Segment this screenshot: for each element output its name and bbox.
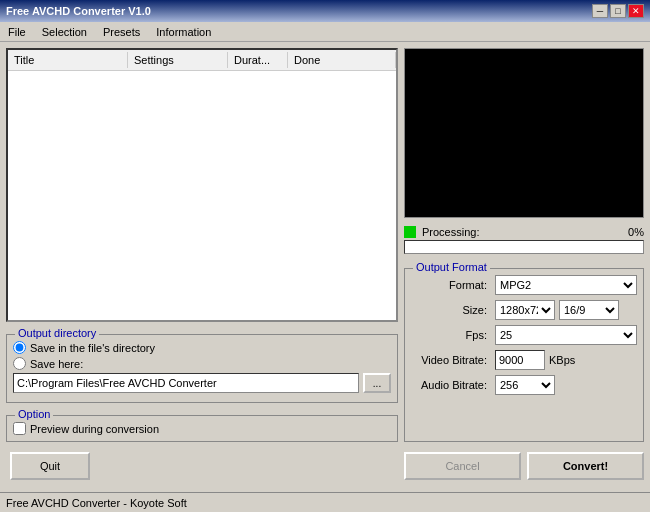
col-title: Title [8, 52, 128, 68]
video-bitrate-row: Video Bitrate: KBps [411, 350, 637, 370]
right-panel: Processing: 0% Output Format Format: MPG… [404, 48, 644, 484]
menu-information[interactable]: Information [152, 25, 215, 39]
title-bar: Free AVCHD Converter V1.0 ─ □ ✕ [0, 0, 650, 22]
file-list[interactable]: Title Settings Durat... Done [6, 48, 398, 322]
fps-field-label: Fps: [411, 329, 491, 341]
radio-save-here-label[interactable]: Save here: [30, 358, 83, 370]
radio-save-in-file: Save in the file's directory [13, 341, 391, 354]
fps-select[interactable]: 25 [495, 325, 637, 345]
output-format-label: Output Format [413, 261, 490, 273]
progress-label-row: Processing: 0% [404, 226, 644, 238]
video-bitrate-input[interactable] [495, 350, 545, 370]
path-row: ... [13, 373, 391, 393]
progress-area: Processing: 0% [404, 224, 644, 256]
status-dot [404, 226, 416, 238]
file-list-header: Title Settings Durat... Done [8, 50, 396, 71]
preview-checkbox-row: Preview during conversion [13, 422, 391, 435]
audio-bitrate-row: Audio Bitrate: 256 [411, 375, 637, 395]
menu-file[interactable]: File [4, 25, 30, 39]
bottom-right-buttons: Cancel Convert! [404, 448, 644, 484]
radio-save-in-file-input[interactable] [13, 341, 26, 354]
size-row: Size: 1280x720 16/9 [411, 300, 637, 320]
output-directory-section: Output directory Save in the file's dire… [6, 334, 398, 403]
progress-bar [404, 240, 644, 254]
convert-button[interactable]: Convert! [527, 452, 644, 480]
size-field-label: Size: [411, 304, 491, 316]
size-select[interactable]: 1280x720 [495, 300, 555, 320]
preview-checkbox-label[interactable]: Preview during conversion [30, 423, 159, 435]
output-format-section: Output Format Format: MPG2 Size: 1280x72… [404, 268, 644, 442]
radio-save-here: Save here: [13, 357, 391, 370]
progress-percent: 0% [628, 226, 644, 238]
format-select[interactable]: MPG2 [495, 275, 637, 295]
audio-bitrate-label: Audio Bitrate: [411, 379, 491, 391]
maximize-button[interactable]: □ [610, 4, 626, 18]
bottom-left-buttons: Quit [6, 448, 398, 484]
video-bitrate-label: Video Bitrate: [411, 354, 491, 366]
quit-button[interactable]: Quit [10, 452, 90, 480]
processing-label: Processing: [422, 226, 622, 238]
output-directory-label: Output directory [15, 327, 99, 339]
preview-checkbox[interactable] [13, 422, 26, 435]
radio-save-in-file-label[interactable]: Save in the file's directory [30, 342, 155, 354]
col-done: Done [288, 52, 396, 68]
audio-bitrate-select[interactable]: 256 [495, 375, 555, 395]
close-button[interactable]: ✕ [628, 4, 644, 18]
main-content: Title Settings Durat... Done Output dire… [0, 42, 650, 490]
fps-row: Fps: 25 [411, 325, 637, 345]
menu-presets[interactable]: Presets [99, 25, 144, 39]
menu-selection[interactable]: Selection [38, 25, 91, 39]
window-title: Free AVCHD Converter V1.0 [6, 5, 151, 17]
format-field-label: Format: [411, 279, 491, 291]
menu-bar: File Selection Presets Information [0, 22, 650, 42]
video-bitrate-unit: KBps [549, 354, 575, 366]
status-bar: Free AVCHD Converter - Koyote Soft [0, 492, 650, 512]
cancel-button[interactable]: Cancel [404, 452, 521, 480]
col-duration: Durat... [228, 52, 288, 68]
format-row: Format: MPG2 [411, 275, 637, 295]
col-settings: Settings [128, 52, 228, 68]
browse-button[interactable]: ... [363, 373, 391, 393]
left-panel: Title Settings Durat... Done Output dire… [6, 48, 398, 484]
status-bar-text: Free AVCHD Converter - Koyote Soft [6, 497, 187, 509]
option-label: Option [15, 408, 53, 420]
option-section: Option Preview during conversion [6, 415, 398, 442]
path-input[interactable] [13, 373, 359, 393]
radio-save-here-input[interactable] [13, 357, 26, 370]
minimize-button[interactable]: ─ [592, 4, 608, 18]
preview-area [404, 48, 644, 218]
aspect-select[interactable]: 16/9 [559, 300, 619, 320]
window-controls: ─ □ ✕ [592, 4, 644, 18]
